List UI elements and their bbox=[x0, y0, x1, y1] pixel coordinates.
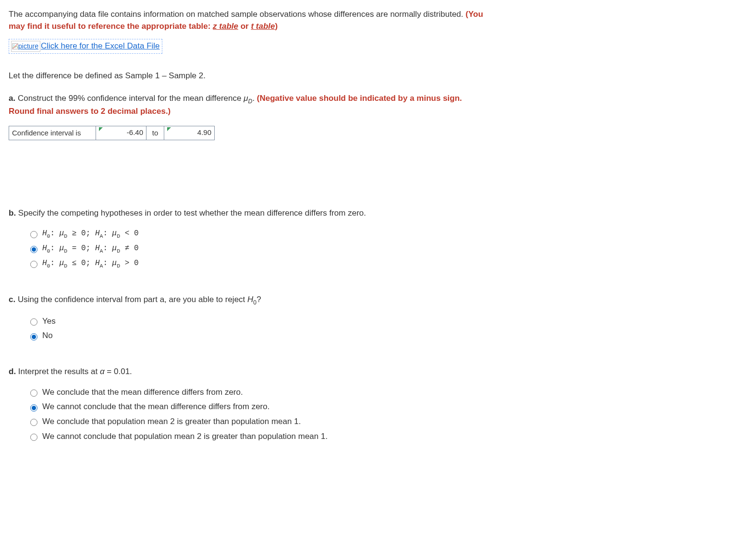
b-option: H0: μD = 0; HA: μD ≠ 0 bbox=[28, 243, 484, 255]
b-label: b. bbox=[9, 208, 16, 218]
d-option-label: We cannot conclude that population mean … bbox=[42, 431, 328, 443]
c-radio[interactable] bbox=[30, 333, 37, 340]
question-a: a. Construct the 99% confidence interval… bbox=[9, 93, 484, 118]
check-icon bbox=[99, 127, 103, 131]
a-text: Construct the 99% confidence interval fo… bbox=[15, 94, 244, 103]
question-c: c. Using the confidence interval from pa… bbox=[9, 294, 484, 307]
mu-sub: D bbox=[248, 98, 253, 105]
d-option: We cannot conclude that population mean … bbox=[28, 431, 484, 443]
b-option: H0: μD ≤ 0; HA: μD > 0 bbox=[28, 258, 484, 270]
d-label: d. bbox=[9, 367, 16, 376]
ci-high-input[interactable]: 4.90 bbox=[164, 126, 215, 140]
broken-image-icon: picture bbox=[11, 41, 40, 51]
alpha-sym: α bbox=[100, 367, 105, 376]
c-option: Yes bbox=[28, 316, 484, 328]
excel-link-text: Click here for the Excel Data File bbox=[41, 40, 160, 52]
intro-text: The accompanying data file contains info… bbox=[9, 10, 465, 19]
check-icon bbox=[167, 127, 171, 131]
c-radio[interactable] bbox=[30, 318, 37, 326]
intro-bold-close: ) bbox=[275, 22, 278, 31]
ci-high-value: 4.90 bbox=[197, 128, 211, 136]
svg-point-1 bbox=[13, 45, 14, 46]
t-table-link[interactable]: t table bbox=[251, 22, 275, 31]
mu-symbol: μ bbox=[244, 94, 248, 103]
b-option-label: H0: μD ≤ 0; HA: μD > 0 bbox=[42, 258, 139, 270]
d-option-label: We conclude that population mean 2 is gr… bbox=[42, 416, 301, 428]
a-label: a. bbox=[9, 94, 15, 103]
c-text-pre: Using the confidence interval from part … bbox=[15, 295, 247, 304]
d-options: We conclude that the mean difference dif… bbox=[28, 387, 484, 443]
ci-label-cell: Confidence interval is bbox=[9, 126, 96, 140]
d-option-label: We conclude that the mean difference dif… bbox=[42, 387, 243, 399]
d-radio[interactable] bbox=[30, 434, 37, 441]
c-option: No bbox=[28, 330, 484, 342]
a-after-mu: . bbox=[252, 94, 256, 103]
c-option-label: Yes bbox=[42, 316, 56, 328]
b-option-label: H0: μD ≥ 0; HA: μD < 0 bbox=[42, 228, 139, 240]
z-table-link[interactable]: z table bbox=[213, 22, 238, 31]
question-d: d. Interpret the results at α = 0.01. bbox=[9, 366, 484, 378]
excel-data-file-link[interactable]: picture Click here for the Excel Data Fi… bbox=[9, 39, 162, 54]
d-option-label: We cannot conclude that the mean differe… bbox=[42, 401, 269, 413]
b-options: H0: μD ≥ 0; HA: μD < 0H0: μD = 0; HA: μD… bbox=[28, 228, 484, 270]
ci-low-input[interactable]: -6.40 bbox=[96, 126, 146, 140]
c-label: c. bbox=[9, 295, 15, 304]
confidence-interval-table: Confidence interval is -6.40 to 4.90 bbox=[9, 126, 215, 140]
c-text-post: ? bbox=[256, 295, 261, 304]
intro-or: or bbox=[238, 22, 251, 31]
c-options: YesNo bbox=[28, 316, 484, 342]
d-radio[interactable] bbox=[30, 419, 37, 426]
d-option: We cannot conclude that the mean differe… bbox=[28, 401, 484, 413]
d-radio[interactable] bbox=[30, 404, 37, 412]
h0-sub: 0 bbox=[253, 299, 256, 306]
d-text-post: = 0.01. bbox=[105, 367, 132, 376]
d-text-pre: Interpret the results at bbox=[16, 367, 100, 376]
b-text: Specify the competing hypotheses in orde… bbox=[16, 208, 366, 218]
d-option: We conclude that the mean difference dif… bbox=[28, 387, 484, 399]
b-option: H0: μD ≥ 0; HA: μD < 0 bbox=[28, 228, 484, 240]
h0-sym: H bbox=[247, 295, 253, 304]
b-radio[interactable] bbox=[30, 231, 37, 238]
ci-to: to bbox=[146, 126, 164, 140]
d-radio[interactable] bbox=[30, 389, 37, 397]
ci-low-value: -6.40 bbox=[127, 128, 143, 136]
intro-paragraph: The accompanying data file contains info… bbox=[9, 9, 484, 32]
b-option-label: H0: μD = 0; HA: μD ≠ 0 bbox=[42, 243, 139, 255]
b-radio[interactable] bbox=[30, 261, 37, 268]
b-radio[interactable] bbox=[30, 246, 37, 253]
question-b: b. Specify the competing hypotheses in o… bbox=[9, 207, 484, 219]
d-option: We conclude that population mean 2 is gr… bbox=[28, 416, 484, 428]
c-option-label: No bbox=[42, 330, 53, 342]
broken-image-alt: picture bbox=[18, 41, 38, 51]
difference-definition: Let the difference be defined as Sample … bbox=[9, 70, 484, 82]
